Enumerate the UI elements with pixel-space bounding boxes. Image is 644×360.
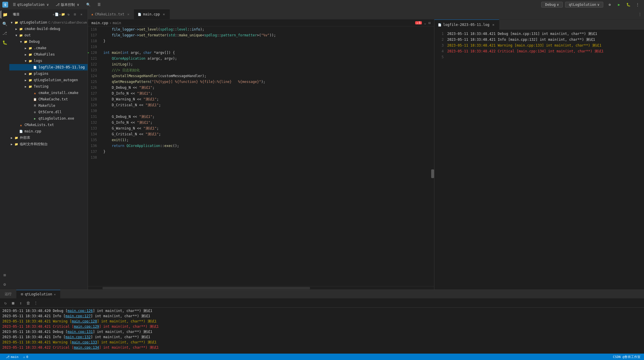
h-scrollbar-thumb[interactable] — [102, 287, 310, 289]
menu-search[interactable]: 🔍 — [84, 1, 93, 8]
log-tab-icon: 📄 — [438, 23, 441, 26]
activity-explorer[interactable]: 📁 — [1, 10, 9, 19]
tree-item-makefile[interactable]: ▶ M Makefile — [9, 102, 88, 109]
scrollbar-thumb[interactable] — [431, 169, 434, 178]
code-lines[interactable]: file_logger->set_level(spdlog::level::in… — [101, 26, 431, 286]
ln-130: 130 — [88, 108, 99, 114]
tab-label-logfile: logfile-2023-05-11.log — [443, 23, 489, 27]
sidebar-title: 项目 — [13, 12, 20, 17]
out-line-4: 2023-05-11 18:33:48.421 Critical [main.c… — [2, 324, 642, 329]
menu-more[interactable]: ☰ — [95, 1, 103, 8]
close-button[interactable]: ✕ — [79, 12, 84, 17]
debug-run-button[interactable]: 🐛 — [624, 1, 632, 9]
tree-item-debug[interactable]: ▼ 📁 Debug — [9, 38, 88, 45]
split-editor-icon[interactable]: ⊟ — [429, 21, 431, 25]
bottom-tab-run[interactable]: 运行 — [0, 290, 16, 299]
app-icon: Q — [2, 2, 8, 8]
tree-item-autogen[interactable]: ▶ 📁 qtLogSolution_autogen — [9, 77, 88, 83]
link-128[interactable]: main.cpp:128 — [72, 319, 97, 323]
new-folder-button[interactable]: +📁 — [60, 12, 65, 17]
status-errors[interactable]: ⚠ 0 — [21, 355, 31, 359]
hamburger-icon: ☰ — [13, 3, 16, 7]
activity-debug[interactable]: 🐛 — [1, 38, 9, 47]
tree-item-temp-console[interactable]: ▶ 📁 临时文件和控制台 — [9, 141, 88, 147]
activity-extensions[interactable]: ⊞ — [1, 271, 9, 279]
clear-button[interactable]: 🗑 — [25, 300, 31, 306]
out-line-5: 2023-05-11 18:33:48.421 Debug [main.cpp:… — [2, 329, 642, 334]
status-branch[interactable]: ⎇ main — [3, 355, 21, 359]
code-line-116: file_logger->set_level(spdlog::level::in… — [103, 26, 431, 32]
link-127[interactable]: main.cpp:127 — [66, 314, 91, 318]
project-name-button[interactable]: qtLogSolution ∨ — [565, 2, 603, 8]
tree-item-logs[interactable]: ▼ 📁 logs — [9, 58, 88, 64]
editor-settings-icon[interactable]: ⌄ — [424, 21, 426, 25]
out-line-6: 2023-05-11 18:33:48.421 Info [main.cpp:1… — [2, 334, 642, 340]
build-icon[interactable]: ⚙ — [606, 1, 614, 9]
tab-more-options[interactable]: ⋮ — [636, 9, 644, 19]
scroll-lock-button[interactable]: ↕ — [17, 300, 24, 306]
tree-item-out[interactable]: ▼ 📁 out — [9, 32, 88, 38]
ln-126: 126 — [88, 85, 99, 91]
breadcrumb-func: main — [113, 21, 121, 25]
more-options-icon[interactable]: ⋮ — [634, 1, 642, 9]
code-line-130 — [103, 108, 431, 114]
tree-item-dotcmake[interactable]: ▶ 📁 .cmake — [9, 45, 88, 51]
sidebar: 项目 +📄 +📁 ↻ ⊟ ✕ ▼ 📁 qtLogSolution C:\User… — [9, 9, 88, 290]
tab-maincpp[interactable]: 📄 main.cpp ✕ — [134, 9, 170, 19]
link-132[interactable]: main.cpp:132 — [66, 335, 91, 339]
tree-item-qt5core-dll[interactable]: ▶ ⚙ Qt5Core.dll — [9, 109, 88, 115]
tab-close-cmakelists[interactable]: ✕ — [127, 12, 129, 16]
main-area: 📁 🔍 ⎇ 🐛 ⊞ ⚙ 项目 +📄 +📁 ↻ ⊟ ✕ ▼ 📁 qtLog — [0, 9, 644, 290]
horizontal-scrollbar[interactable] — [88, 286, 434, 290]
activity-search[interactable]: 🔍 — [1, 20, 9, 28]
ln-124: 124 — [88, 73, 99, 79]
code-line-124: qInstallMessageHandler(customMessageHand… — [103, 73, 431, 79]
code-line-121: QCoreApplication a(argc, argv); — [103, 56, 431, 61]
status-bar: ⎇ main ⚠ 0 CSDN @鲁班工作室 — [0, 354, 644, 360]
menu-vcs[interactable]: ⎇ 版本控制 ∨ — [53, 1, 81, 8]
ln-138: 138 — [88, 155, 99, 160]
code-line-129: D_Critical_N << "测试1"; — [103, 102, 431, 108]
editor-scrollbar[interactable] — [431, 26, 434, 286]
tree-item-logfile[interactable]: ▶ 📄 logfile-2023-05-11.log — [9, 64, 88, 70]
tab-close-logfile[interactable]: ✕ — [492, 23, 494, 27]
refresh-button[interactable]: ↻ — [66, 12, 71, 17]
collapse-all-button[interactable]: ⊟ — [72, 12, 78, 17]
tab-close-maincpp[interactable]: ✕ — [163, 12, 165, 16]
ln-119: 119 — [88, 44, 99, 50]
activity-settings[interactable]: ⚙ — [1, 280, 9, 288]
tree-item-testing[interactable]: ▶ 📁 Testing — [9, 83, 88, 90]
tab-cmakelists[interactable]: ▲ CMakeLists.txt ✕ — [88, 9, 134, 19]
tree-item-cmakecache[interactable]: ▶ 📋 CMakeCache.txt — [9, 96, 88, 102]
more-actions-button[interactable]: ⋮ — [33, 300, 39, 306]
link-134[interactable]: main.cpp:134 — [74, 345, 99, 350]
code-editor: main.cpp › main ⚠ 5 ⌄ ⊟ 116 — [88, 19, 434, 290]
tree-item-qtlogsolution[interactable]: ▼ 📁 qtLogSolution C:\Users\LuBan\Docum..… — [9, 19, 88, 26]
tree-item-maincpp[interactable]: ▶ 📄 main.cpp — [9, 128, 88, 134]
tree-item-cmakefiles[interactable]: ▶ 📁 CMakeFiles — [9, 51, 88, 58]
tree-item-plugins[interactable]: ▶ 📁 plugins — [9, 70, 88, 77]
run-button[interactable]: ▶ — [615, 1, 623, 9]
tree-item-cmakelists[interactable]: ▶ ▲ CMakeLists.txt — [9, 122, 88, 128]
ln-128: 128 — [88, 96, 99, 102]
tree-item-exe[interactable]: ▶ ▶ qtLogSolution.exe — [9, 115, 88, 122]
activity-vcs[interactable]: ⎇ — [1, 29, 9, 37]
link-133[interactable]: main.cpp:133 — [72, 340, 97, 344]
link-131[interactable]: main.cpp:131 — [68, 330, 93, 334]
debug-config-button[interactable]: Debug ∨ — [541, 2, 562, 8]
link-126[interactable]: main.cpp:126 — [68, 309, 93, 313]
tab-logfile[interactable]: 📄 logfile-2023-05-11.log ✕ — [434, 19, 499, 30]
tree-item-cmake-build-debug[interactable]: ▶ 📁 cmake-build-debug — [9, 26, 88, 32]
tree-item-cmake-install[interactable]: ▶ ▲ cmake_install.cmake — [9, 90, 88, 96]
code-line-125: qSetMessagePattern("[%{type}] %{function… — [103, 79, 431, 85]
new-file-button[interactable]: +📄 — [53, 12, 59, 17]
bottom-tab-close[interactable]: ✕ — [54, 293, 56, 296]
code-line-138 — [103, 155, 431, 160]
bottom-tab-project[interactable]: ⊡ qtLogSolution ✕ — [16, 290, 60, 299]
link-129[interactable]: main.cpp:129 — [74, 324, 99, 329]
restart-button[interactable]: ↻ — [2, 300, 9, 306]
tree-item-external-libs[interactable]: ▶ 📁 外部库 — [9, 134, 88, 141]
out-line-3: 2023-05-11 18:33:48.421 Warning [main.cp… — [2, 319, 642, 324]
menu-project[interactable]: ☰ qtLogSolution ∨ — [10, 1, 51, 8]
stop-button[interactable]: ■ — [10, 300, 16, 306]
